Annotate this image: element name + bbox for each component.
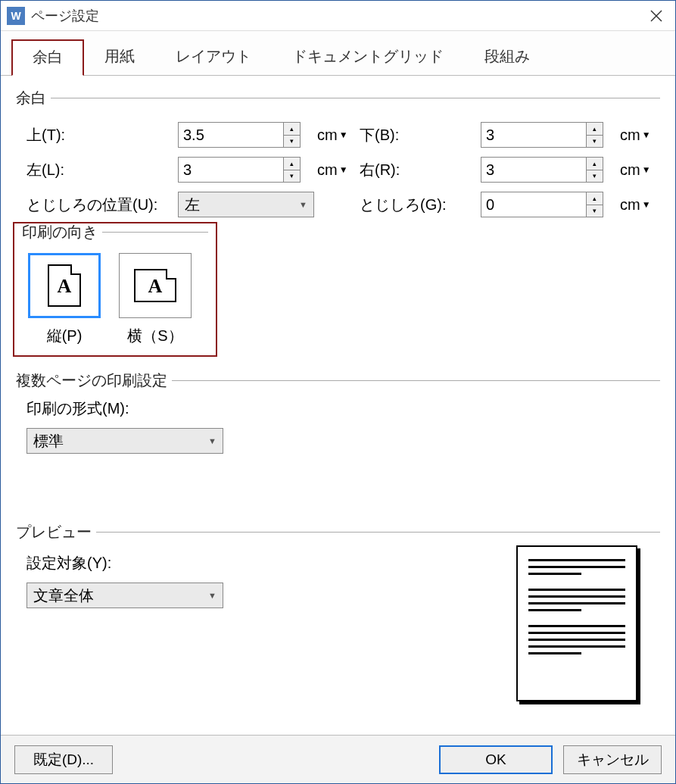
- tab-columns[interactable]: 段組み: [464, 39, 550, 76]
- preview-group-title: プレビュー: [16, 522, 660, 542]
- bottom-margin-spinner[interactable]: ▴ ▾: [481, 122, 617, 148]
- chevron-down-icon: ▼: [642, 164, 651, 175]
- spinner-buttons: ▴ ▾: [587, 192, 603, 217]
- spin-down-icon[interactable]: ▾: [587, 205, 603, 217]
- bottom-margin-unit[interactable]: cm▼: [617, 127, 662, 144]
- orientation-landscape-button[interactable]: A: [119, 253, 192, 318]
- divider: [51, 98, 660, 98]
- top-margin-spinner[interactable]: ▴ ▾: [178, 122, 314, 148]
- content-area: 余白 上(T): ▴ ▾ cm▼ 下(B): ▴ ▾ cm▼: [1, 76, 675, 735]
- top-margin-input[interactable]: [178, 122, 284, 148]
- gutter-label: とじしろ(G):: [360, 195, 481, 215]
- spinner-buttons: ▴ ▾: [587, 157, 603, 183]
- divider: [96, 532, 660, 533]
- gutter-pos-label: とじしろの位置(U):: [26, 195, 178, 215]
- gutter-input[interactable]: [481, 192, 587, 217]
- app-icon: W: [7, 7, 25, 25]
- tab-layout[interactable]: レイアウト: [155, 39, 272, 76]
- tab-margins[interactable]: 余白: [11, 39, 84, 76]
- right-margin-label: 右(R):: [360, 160, 481, 180]
- orientation-portrait-item: A 縦(P): [28, 253, 101, 346]
- spin-up-icon[interactable]: ▴: [284, 123, 300, 136]
- multipage-group-title: 複数ページの印刷設定: [16, 370, 660, 391]
- chevron-down-icon: ▼: [339, 130, 348, 140]
- page-setup-dialog: W ページ設定 余白 用紙 レイアウト ドキュメントグリッド 段組み 余白 上(…: [0, 0, 676, 784]
- chevron-down-icon: ▼: [642, 130, 651, 140]
- top-margin-label: 上(T):: [26, 125, 178, 145]
- tab-paper[interactable]: 用紙: [84, 39, 155, 76]
- bottom-margin-label: 下(B):: [360, 125, 481, 145]
- apply-to-combo[interactable]: 文章全体 ▼: [26, 583, 223, 608]
- default-button[interactable]: 既定(D)...: [14, 745, 113, 774]
- margins-group-title: 余白: [16, 88, 660, 108]
- spin-up-icon[interactable]: ▴: [587, 192, 603, 205]
- print-format-value: 標準: [33, 431, 64, 451]
- spinner-buttons: ▴ ▾: [284, 122, 301, 148]
- orientation-landscape-item: A 横（S）: [119, 253, 192, 346]
- orientation-group: 印刷の向き A 縦(P) A 横（S）: [13, 222, 217, 357]
- spin-down-icon[interactable]: ▾: [587, 136, 603, 148]
- apply-to-label: 設定対象(Y):: [26, 553, 223, 573]
- ok-button[interactable]: OK: [439, 745, 553, 774]
- landscape-page-icon: A: [134, 269, 176, 302]
- spinner-buttons: ▴ ▾: [587, 122, 603, 148]
- orientation-portrait-button[interactable]: A: [28, 253, 101, 318]
- margins-group-label: 余白: [16, 88, 46, 108]
- print-format-combo[interactable]: 標準 ▼: [26, 428, 223, 454]
- orientation-group-title: 印刷の向き: [22, 222, 208, 242]
- chevron-down-icon: ▼: [299, 200, 307, 209]
- cancel-button[interactable]: キャンセル: [563, 745, 662, 774]
- margins-grid: 上(T): ▴ ▾ cm▼ 下(B): ▴ ▾ cm▼ 左(L):: [26, 122, 660, 217]
- titlebar: W ページ設定: [1, 1, 675, 31]
- bottom-margin-input[interactable]: [481, 122, 587, 148]
- spin-up-icon[interactable]: ▴: [587, 123, 603, 136]
- orientation-portrait-label: 縦(P): [28, 326, 101, 346]
- multipage-group-label: 複数ページの印刷設定: [16, 370, 167, 391]
- divider: [102, 232, 208, 233]
- right-margin-input[interactable]: [481, 157, 587, 183]
- spin-down-icon[interactable]: ▾: [284, 136, 300, 148]
- left-margin-label: 左(L):: [26, 160, 178, 180]
- gutter-unit[interactable]: cm▼: [617, 196, 662, 214]
- chevron-down-icon: ▼: [208, 436, 217, 445]
- right-margin-unit[interactable]: cm▼: [617, 161, 662, 179]
- chevron-down-icon: ▼: [339, 164, 348, 175]
- left-margin-unit[interactable]: cm▼: [314, 161, 360, 179]
- gutter-spinner[interactable]: ▴ ▾: [481, 192, 617, 217]
- chevron-down-icon: ▼: [642, 199, 651, 210]
- footer: 既定(D)... OK キャンセル: [1, 735, 675, 783]
- left-margin-spinner[interactable]: ▴ ▾: [178, 157, 314, 183]
- page-preview-icon: [516, 545, 637, 701]
- right-margin-spinner[interactable]: ▴ ▾: [481, 157, 617, 183]
- orientation-row: A 縦(P) A 横（S）: [28, 253, 202, 346]
- spin-up-icon[interactable]: ▴: [587, 158, 603, 170]
- left-margin-input[interactable]: [178, 157, 284, 183]
- preview-left: 設定対象(Y): 文章全体 ▼: [16, 545, 223, 608]
- apply-to-value: 文章全体: [33, 586, 94, 606]
- orientation-landscape-label: 横（S）: [119, 326, 192, 346]
- close-icon: [650, 10, 662, 22]
- gutter-pos-combo[interactable]: 左 ▼: [178, 192, 314, 217]
- portrait-page-icon: A: [48, 264, 81, 307]
- spin-up-icon[interactable]: ▴: [284, 158, 300, 170]
- spinner-buttons: ▴ ▾: [284, 157, 301, 183]
- window-title: ページ設定: [31, 7, 637, 25]
- preview-row: 設定対象(Y): 文章全体 ▼: [16, 545, 660, 701]
- spin-down-icon[interactable]: ▾: [284, 170, 300, 183]
- preview-group-label: プレビュー: [16, 522, 92, 542]
- tab-grid[interactable]: ドキュメントグリッド: [272, 39, 464, 76]
- close-button[interactable]: [637, 1, 675, 31]
- top-margin-unit[interactable]: cm▼: [314, 127, 360, 144]
- chevron-down-icon: ▼: [208, 591, 217, 600]
- tabstrip: 余白 用紙 レイアウト ドキュメントグリッド 段組み: [1, 31, 675, 76]
- orientation-group-label: 印刷の向き: [22, 222, 98, 242]
- gutter-pos-value: 左: [185, 195, 200, 215]
- spin-down-icon[interactable]: ▾: [587, 170, 603, 183]
- print-format-label: 印刷の形式(M):: [26, 398, 660, 419]
- divider: [172, 380, 660, 381]
